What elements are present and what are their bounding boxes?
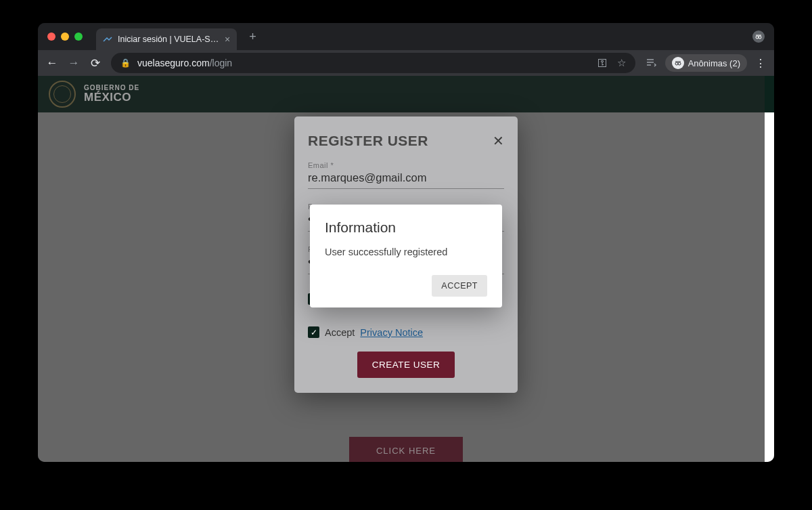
scrollbar[interactable] <box>765 76 774 462</box>
info-body: User successfully registered <box>325 247 487 257</box>
info-title: Information <box>325 219 487 236</box>
forward-button[interactable]: → <box>68 56 80 70</box>
maximize-window-button[interactable] <box>74 33 83 41</box>
page-viewport: GOBIERNO DE MÉXICO CLICK HERE REGISTER U… <box>38 76 774 462</box>
accept-word: Accept <box>325 327 355 338</box>
new-tab-button[interactable]: + <box>249 30 256 44</box>
email-label: Email * <box>308 161 504 169</box>
privacy-row: ✓ Accept Privacy Notice <box>308 326 504 338</box>
tab-title: Iniciar sesión | VUELA-SEGURO <box>118 35 219 44</box>
tab-close-icon[interactable]: × <box>225 34 230 45</box>
url-path: /login <box>210 58 232 68</box>
svg-point-0 <box>756 36 759 39</box>
password-key-icon[interactable]: ⚿ <box>597 57 608 69</box>
address-bar[interactable]: 🔒 vuelaseguro.com/login ⚿ ☆ <box>111 53 635 73</box>
close-window-button[interactable] <box>47 33 55 41</box>
toolbar: ← → ⟳ 🔒 vuelaseguro.com/login ⚿ ☆ Anônim… <box>38 50 774 76</box>
profile-chip[interactable]: Anônimas (2) <box>665 54 747 72</box>
privacy-notice-link[interactable]: Privacy Notice <box>360 327 423 338</box>
close-icon[interactable]: ✕ <box>493 133 504 149</box>
email-value: re.marques@gmail.com <box>308 171 504 188</box>
incognito-icon <box>752 30 765 43</box>
tab-favicon-icon <box>103 35 112 44</box>
svg-point-2 <box>675 62 678 65</box>
back-button[interactable]: ← <box>46 56 58 70</box>
information-dialog: Information User successfully registered… <box>310 205 502 307</box>
reading-list-icon[interactable] <box>645 56 657 70</box>
window-controls <box>47 33 83 41</box>
svg-point-3 <box>678 62 681 65</box>
modal-title: REGISTER USER <box>308 133 428 149</box>
accept-button[interactable]: ACCEPT <box>432 275 487 297</box>
email-field[interactable]: Email * re.marques@gmail.com <box>308 161 504 189</box>
incognito-profile-icon <box>672 57 684 69</box>
browser-window: Iniciar sesión | VUELA-SEGURO × + ← → ⟳ … <box>38 23 774 462</box>
create-user-button[interactable]: CREATE USER <box>357 352 455 378</box>
reload-button[interactable]: ⟳ <box>89 56 102 70</box>
url-domain: vuelaseguro.com <box>137 58 210 68</box>
lock-icon: 🔒 <box>120 58 131 68</box>
title-bar: Iniciar sesión | VUELA-SEGURO × + <box>38 23 774 50</box>
minimize-window-button[interactable] <box>61 33 69 41</box>
menu-kebab-icon[interactable]: ⋮ <box>755 57 766 70</box>
bookmark-star-icon[interactable]: ☆ <box>617 57 626 69</box>
svg-point-1 <box>759 36 761 39</box>
privacy-checkbox[interactable]: ✓ <box>308 326 319 338</box>
browser-tab[interactable]: Iniciar sesión | VUELA-SEGURO × <box>96 28 237 50</box>
profile-label: Anônimas (2) <box>688 58 740 68</box>
